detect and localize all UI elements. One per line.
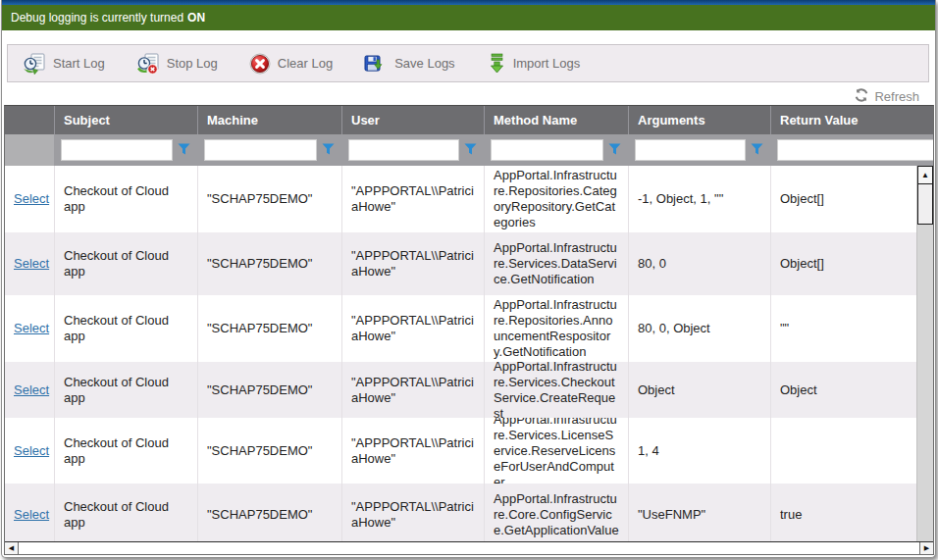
debug-status-banner: Debug logging is currently turned ON	[2, 5, 935, 30]
header-subject[interactable]: Subject	[54, 106, 197, 134]
filter-funnel-icon[interactable]	[322, 141, 335, 159]
select-cell: Select	[5, 166, 54, 232]
user-cell: "APPPORTAL\\PatriciaHowe"	[341, 362, 484, 418]
header-return-value[interactable]: Return Value	[770, 106, 933, 134]
machine-cell: "SCHAP75DEMO"	[197, 232, 341, 295]
filter-cell-method-name	[484, 134, 628, 166]
filter-funnel-icon[interactable]	[178, 141, 190, 159]
table-row: Select Checkout of Cloud app "SCHAP75DEM…	[5, 362, 933, 418]
subject-cell: Checkout of Cloud app	[54, 232, 197, 295]
table-row: Select Checkout of Cloud app "SCHAP75DEM…	[5, 484, 933, 541]
method-name-cell: AppPortal.Infrastructure.Repositories.Ca…	[484, 166, 628, 232]
return-value-cell: Object[]	[770, 166, 933, 232]
vertical-scrollbar[interactable]: ▲	[916, 166, 933, 541]
select-link[interactable]: Select	[14, 382, 49, 398]
header-method-name[interactable]: Method Name	[484, 106, 628, 134]
select-cell: Select	[5, 232, 54, 295]
method-name-cell: AppPortal.Infrastructure.Services.Licens…	[484, 418, 628, 484]
arguments-cell: Object	[628, 362, 770, 418]
save-logs-icon	[364, 53, 388, 75]
arguments-cell: 80, 0	[628, 232, 770, 295]
return-value-cell: Object[]	[770, 232, 933, 295]
filter-cell-arguments	[628, 134, 770, 166]
machine-cell: "SCHAP75DEMO"	[197, 418, 341, 484]
header-user[interactable]: User	[341, 106, 484, 134]
method-name-cell: AppPortal.Infrastructure.Repositories.An…	[484, 295, 628, 362]
header-machine[interactable]: Machine	[197, 106, 341, 134]
header-arguments[interactable]: Arguments	[628, 106, 770, 134]
return-value-filter-input[interactable]	[777, 139, 934, 161]
select-cell: Select	[5, 362, 54, 418]
select-link[interactable]: Select	[14, 256, 49, 272]
clear-log-icon	[249, 53, 271, 75]
filter-cell-subject	[54, 134, 197, 166]
save-logs-label: Save Logs	[394, 56, 454, 71]
select-link[interactable]: Select	[14, 191, 49, 207]
table-row: Select Checkout of Cloud app "SCHAP75DEM…	[5, 295, 933, 362]
start-log-button[interactable]: Start Log	[23, 53, 105, 75]
horizontal-scrollbar[interactable]: ◀ ▶	[5, 541, 933, 554]
method-name-cell: AppPortal.Infrastructure.Services.DataSe…	[484, 232, 628, 295]
select-link[interactable]: Select	[14, 507, 49, 523]
vertical-scrollbar-thumb[interactable]	[917, 184, 933, 225]
return-value-cell: true	[770, 484, 933, 541]
scroll-up-arrow-icon[interactable]: ▲	[917, 166, 933, 184]
select-cell: Select	[5, 484, 54, 541]
machine-filter-input[interactable]	[204, 139, 317, 161]
select-link[interactable]: Select	[14, 443, 49, 459]
banner-status: ON	[187, 11, 205, 25]
user-filter-input[interactable]	[348, 139, 459, 161]
grid-body: Select Checkout of Cloud app "SCHAP75DEM…	[5, 166, 933, 541]
select-cell: Select	[5, 418, 54, 484]
stop-log-icon	[136, 53, 160, 75]
table-row: Select Checkout of Cloud app "SCHAP75DEM…	[5, 232, 933, 295]
banner-text: Debug logging is currently turned	[11, 11, 183, 25]
subject-cell: Checkout of Cloud app	[54, 418, 197, 484]
filter-funnel-icon[interactable]	[608, 141, 621, 159]
return-value-cell: Object	[770, 362, 933, 418]
stop-log-button[interactable]: Stop Log	[136, 53, 218, 75]
import-logs-icon	[487, 53, 506, 75]
filter-funnel-icon[interactable]	[464, 141, 477, 159]
start-log-icon	[23, 53, 46, 75]
filter-funnel-icon[interactable]	[751, 141, 763, 159]
filter-blank-cell	[5, 134, 54, 166]
clear-log-label: Clear Log	[278, 56, 333, 71]
machine-cell: "SCHAP75DEMO"	[197, 484, 341, 541]
start-log-label: Start Log	[53, 56, 105, 71]
arguments-filter-input[interactable]	[635, 139, 746, 161]
filter-cell-return-value	[770, 134, 934, 166]
scroll-right-arrow-icon[interactable]: ▶	[919, 542, 933, 554]
table-row: Select Checkout of Cloud app "SCHAP75DEM…	[5, 166, 933, 232]
scroll-left-arrow-icon[interactable]: ◀	[5, 542, 19, 554]
clear-log-button[interactable]: Clear Log	[249, 53, 333, 75]
method-name-cell: AppPortal.Infrastructure.Services.Checko…	[484, 362, 628, 418]
subject-filter-input[interactable]	[61, 139, 173, 161]
machine-cell: "SCHAP75DEMO"	[197, 295, 341, 362]
machine-cell: "SCHAP75DEMO"	[197, 362, 341, 418]
filter-cell-user	[341, 134, 484, 166]
method-name-filter-input[interactable]	[491, 139, 603, 161]
refresh-button[interactable]: Refresh	[855, 88, 919, 104]
user-cell: "APPPORTAL\\PatriciaHowe"	[341, 166, 484, 232]
import-logs-label: Import Logs	[513, 56, 581, 71]
log-toolbar: Start Log Stop Log	[7, 44, 929, 82]
grid-filter-row	[5, 134, 933, 166]
debug-log-window: Debug logging is currently turned ON Sta…	[1, 0, 936, 558]
arguments-cell: -1, Object, 1, ""	[628, 166, 770, 232]
stop-log-label: Stop Log	[167, 56, 218, 71]
subject-cell: Checkout of Cloud app	[54, 484, 197, 541]
debug-log-grid: Subject Machine User Method Name Argumen…	[4, 105, 934, 555]
subject-cell: Checkout of Cloud app	[54, 295, 197, 362]
select-link[interactable]: Select	[14, 321, 49, 336]
user-cell: "APPPORTAL\\PatriciaHowe"	[341, 295, 484, 362]
machine-cell: "SCHAP75DEMO"	[197, 166, 341, 232]
save-logs-button[interactable]: Save Logs	[364, 53, 454, 75]
method-name-cell: AppPortal.Infrastructure.Core.ConfigServ…	[484, 484, 628, 541]
select-cell: Select	[5, 295, 54, 362]
subject-cell: Checkout of Cloud app	[54, 166, 197, 232]
arguments-cell: 80, 0, Object	[628, 295, 770, 362]
return-value-cell	[770, 418, 933, 484]
import-logs-button[interactable]: Import Logs	[487, 53, 581, 75]
arguments-cell: "UseFNMP"	[628, 484, 770, 541]
